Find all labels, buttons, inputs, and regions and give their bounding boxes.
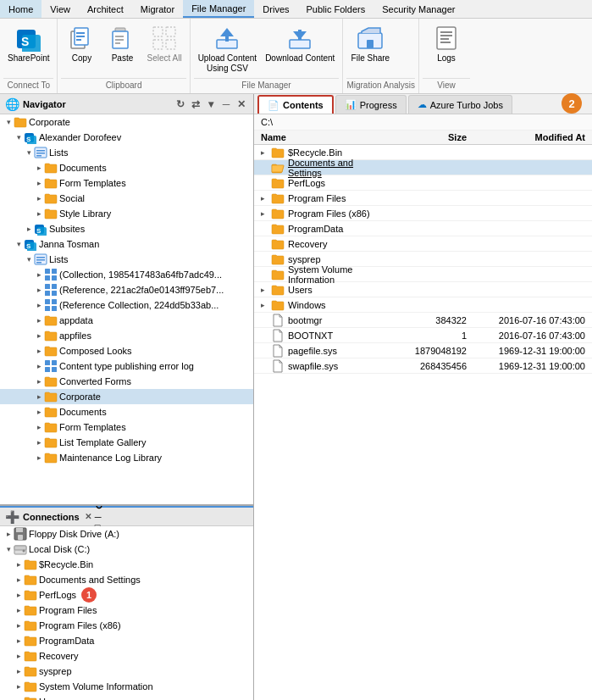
nav-tree-item-janna-documents[interactable]: ▸Documents (0, 404, 253, 419)
nav-tree-item-alex-style-library[interactable]: ▸Style Library (0, 206, 253, 221)
nav-tree-item-janna-reference1[interactable]: ▸(Reference, 221ac2fa0e0143ff975eb7... (0, 282, 253, 297)
nav-tree-item-janna-lists[interactable]: ▾Lists (0, 252, 253, 267)
menu-migrator[interactable]: Migrator (132, 0, 183, 18)
conn-tree-item-perflogs[interactable]: ▸PerfLogs 1 (0, 587, 253, 603)
nav-tree-item-janna-appdata[interactable]: ▸appdata (0, 313, 253, 328)
nav-tree-item-janna-corporate[interactable]: ▸Corporate (0, 389, 253, 404)
nav-tree-item-janna-appfiles[interactable]: ▸appfiles (0, 328, 253, 343)
tab-progress[interactable]: 📊 Progress (335, 95, 407, 114)
expand-icon[interactable]: ▸ (14, 636, 24, 645)
menu-security-manager[interactable]: Security Manager (373, 0, 463, 18)
table-row[interactable]: ▸Users (254, 282, 592, 297)
expand-icon[interactable]: ▸ (34, 408, 44, 416)
expand-icon[interactable]: ▸ (14, 652, 24, 660)
expand-icon[interactable]: ▸ (3, 530, 14, 538)
nav-minimize-icon[interactable]: ─ (219, 97, 233, 111)
conn-tree-item-sysprep[interactable]: ▸sysprep (0, 664, 253, 679)
nav-tree-item-janna-list-template[interactable]: ▸List Template Gallery (0, 435, 253, 450)
nav-tree-item-janna-content-type[interactable]: ▸Content type publishing error log (0, 358, 253, 374)
expand-icon[interactable]: ▸ (14, 682, 24, 691)
nav-tree-item-alex-social[interactable]: ▸Social (0, 191, 253, 206)
table-row[interactable]: Recovery (254, 236, 592, 252)
conn-tree-item-floppy[interactable]: ▸Floppy Disk Drive (A:) (0, 526, 253, 542)
expand-icon[interactable]: ▸ (34, 316, 44, 325)
menu-view[interactable]: View (41, 0, 79, 18)
expand-icon[interactable]: ▸ (14, 560, 24, 569)
nav-tree-item-janna[interactable]: ▾SJanna Tosman (0, 236, 253, 252)
conn-tree-item-docs-settings[interactable]: ▸Documents and Settings (0, 572, 253, 587)
expand-icon[interactable]: ▾ (24, 255, 34, 264)
expand-icon[interactable]: ▸ (34, 194, 44, 203)
table-row[interactable]: PerfLogs (254, 175, 592, 191)
ribbon-btn-sharepoint[interactable]: S SharePoint (3, 20, 53, 66)
table-row[interactable]: ▸Windows (254, 297, 592, 313)
expand-icon[interactable]: ▸ (34, 164, 44, 172)
nav-tree-item-janna-maintenance[interactable]: ▸Maintenance Log Library (0, 450, 253, 465)
nav-tree-item-alex-subsites[interactable]: ▸SSubsites (0, 221, 253, 236)
conn-tree-item-program-files[interactable]: ▸Program Files (0, 603, 253, 618)
expand-icon[interactable]: ▸ (34, 347, 44, 355)
nav-tree-item-janna-refcollection[interactable]: ▸(Reference Collection, 224dd5b33ab... (0, 297, 253, 313)
expand-icon[interactable]: ▸ (34, 438, 44, 447)
expand-icon[interactable]: ▸ (24, 225, 34, 233)
ribbon-btn-copy[interactable]: Copy (61, 20, 102, 66)
nav-tree-item-alex-lists[interactable]: ▾Lists (0, 145, 253, 160)
row-expand-icon[interactable]: ▸ (261, 148, 271, 157)
conn-refresh-icon[interactable]: ↻ (95, 506, 102, 512)
menu-architect[interactable]: Architect (79, 0, 132, 18)
expand-icon[interactable]: ▾ (14, 133, 24, 142)
expand-icon[interactable]: ▸ (34, 270, 44, 279)
nav-tree-item-janna-collection1[interactable]: ▸(Collection, 1985417483a64fb7adc49... (0, 267, 253, 282)
row-expand-icon[interactable]: ▸ (261, 209, 271, 218)
expand-icon[interactable]: ▾ (3, 118, 14, 126)
expand-icon[interactable]: ▸ (34, 453, 44, 462)
tab-azure-turbo[interactable]: ☁ Azure Turbo Jobs (408, 95, 512, 114)
expand-icon[interactable]: ▸ (34, 209, 44, 218)
expand-icon[interactable]: ▸ (14, 591, 24, 599)
nav-sync-icon[interactable]: ⇄ (189, 97, 202, 111)
expand-icon[interactable]: ▸ (34, 423, 44, 431)
nav-tree-item-alex-form-templates[interactable]: ▸Form Templates (0, 175, 253, 191)
connections-close-x[interactable]: ✕ (85, 512, 91, 521)
menu-public-folders[interactable]: Public Folders (298, 0, 374, 18)
expand-icon[interactable]: ▸ (34, 301, 44, 309)
row-expand-icon[interactable]: ▸ (261, 286, 271, 294)
table-row[interactable]: System Volume Information (254, 267, 592, 282)
nav-refresh-icon[interactable]: ↻ (174, 97, 187, 111)
nav-tree-item-janna-composed[interactable]: ▸Composed Looks (0, 343, 253, 358)
conn-tree-item-srecycle[interactable]: ▸$Recycle.Bin (0, 557, 253, 572)
conn-tree-item-users[interactable]: ▸Users (0, 694, 253, 700)
table-row[interactable]: BOOTNXT12016-07-16 07:43:00 (254, 328, 592, 343)
expand-icon[interactable]: ▾ (24, 148, 34, 157)
menu-drives[interactable]: Drives (254, 0, 297, 18)
ribbon-btn-logs[interactable]: Logs (423, 20, 470, 66)
table-row[interactable]: pagefile.sys18790481921969-12-31 19:00:0… (254, 343, 592, 358)
nav-tree-item-alex-documents[interactable]: ▸Documents (0, 160, 253, 175)
expand-icon[interactable]: ▸ (34, 179, 44, 187)
expand-icon[interactable]: ▾ (14, 240, 24, 248)
table-row[interactable]: bootmgr3843222016-07-16 07:43:00 (254, 313, 592, 328)
menu-home[interactable]: Home (0, 0, 41, 18)
conn-minimize-icon[interactable]: ─ (95, 512, 102, 522)
ribbon-btn-fileshare[interactable]: File Share (346, 20, 394, 66)
row-expand-icon[interactable]: ▸ (261, 194, 271, 203)
expand-icon[interactable]: ▸ (34, 286, 44, 294)
table-row[interactable]: swapfile.sys2684354561969-12-31 19:00:00 (254, 358, 592, 374)
expand-icon[interactable]: ▸ (14, 667, 24, 675)
table-row[interactable]: Documents and Settings (254, 160, 592, 175)
menu-file-manager[interactable]: File Manager (183, 0, 254, 18)
expand-icon[interactable]: ▸ (34, 331, 44, 340)
nav-tree-item-janna-form-templates[interactable]: ▸Form Templates (0, 419, 253, 435)
conn-tree-item-system-volume[interactable]: ▸System Volume Information (0, 679, 253, 694)
nav-tree-item-alexander[interactable]: ▾SAlexander Dorofeev (0, 130, 253, 145)
expand-icon[interactable]: ▾ (3, 545, 14, 553)
conn-tree-item-program-files-x86[interactable]: ▸Program Files (x86) (0, 618, 253, 633)
conn-tree-item-recovery[interactable]: ▸Recovery (0, 648, 253, 664)
expand-icon[interactable]: ▸ (34, 392, 44, 401)
tab-contents[interactable]: 📄 Contents (257, 95, 334, 114)
nav-dropdown-icon[interactable]: ▾ (204, 97, 218, 111)
table-row[interactable]: ▸Program Files (254, 191, 592, 206)
conn-tree-item-programdata[interactable]: ▸ProgramData (0, 633, 253, 648)
expand-icon[interactable]: ▸ (14, 575, 24, 584)
nav-tree-item-janna-converted[interactable]: ▸Converted Forms (0, 374, 253, 389)
